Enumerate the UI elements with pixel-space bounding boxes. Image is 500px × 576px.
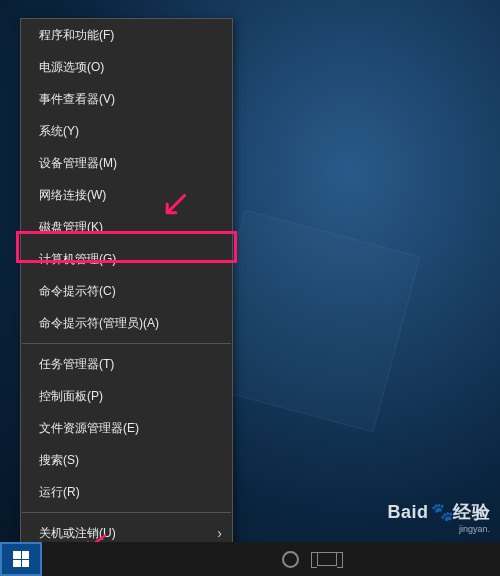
menu-item-command-prompt[interactable]: 命令提示符(C) — [21, 275, 232, 307]
menu-label: 任务管理器(T) — [39, 357, 114, 371]
menu-item-file-explorer[interactable]: 文件资源管理器(E) — [21, 412, 232, 444]
menu-item-control-panel[interactable]: 控制面板(P) — [21, 380, 232, 412]
cortana-icon[interactable] — [282, 551, 299, 568]
watermark-sub: jingyan. — [387, 524, 490, 534]
menu-separator — [22, 343, 231, 344]
menu-item-command-prompt-admin[interactable]: 命令提示符(管理员)(A) — [21, 307, 232, 339]
menu-label: 事件查看器(V) — [39, 92, 115, 106]
menu-label: 搜索(S) — [39, 453, 79, 467]
start-button[interactable] — [0, 542, 42, 576]
menu-item-disk-management[interactable]: 磁盘管理(K) — [21, 211, 232, 243]
menu-label: 命令提示符(C) — [39, 284, 116, 298]
menu-item-system[interactable]: 系统(Y) — [21, 115, 232, 147]
menu-item-programs-features[interactable]: 程序和功能(F) — [21, 19, 232, 51]
watermark-brand-text: Baid — [387, 502, 428, 522]
menu-label: 磁盘管理(K) — [39, 220, 103, 234]
winx-context-menu: 程序和功能(F) 电源选项(O) 事件查看器(V) 系统(Y) 设备管理器(M)… — [20, 18, 233, 576]
menu-item-run[interactable]: 运行(R) — [21, 476, 232, 508]
menu-label: 设备管理器(M) — [39, 156, 117, 170]
taskbar — [0, 542, 500, 576]
menu-item-power-options[interactable]: 电源选项(O) — [21, 51, 232, 83]
menu-label: 程序和功能(F) — [39, 28, 114, 42]
menu-label: 计算机管理(G) — [39, 252, 116, 266]
menu-label: 控制面板(P) — [39, 389, 103, 403]
paw-icon: 🐾 — [431, 501, 454, 523]
menu-label: 电源选项(O) — [39, 60, 104, 74]
menu-item-network-connections[interactable]: 网络连接(W) — [21, 179, 232, 211]
menu-item-device-manager[interactable]: 设备管理器(M) — [21, 147, 232, 179]
menu-item-computer-management[interactable]: 计算机管理(G) — [21, 243, 232, 275]
menu-label: 系统(Y) — [39, 124, 79, 138]
watermark: Baid🐾经验 jingyan. — [387, 500, 490, 534]
menu-item-search[interactable]: 搜索(S) — [21, 444, 232, 476]
menu-label: 运行(R) — [39, 485, 80, 499]
watermark-suffix: 经验 — [453, 502, 490, 522]
watermark-brand: Baid🐾经验 — [387, 500, 490, 524]
menu-label: 网络连接(W) — [39, 188, 106, 202]
windows-logo-icon — [13, 551, 29, 567]
menu-item-event-viewer[interactable]: 事件查看器(V) — [21, 83, 232, 115]
menu-label: 关机或注销(U) — [39, 526, 116, 540]
menu-label: 命令提示符(管理员)(A) — [39, 316, 159, 330]
menu-label: 文件资源管理器(E) — [39, 421, 139, 435]
menu-separator — [22, 512, 231, 513]
taskview-icon[interactable] — [317, 552, 337, 566]
menu-item-task-manager[interactable]: 任务管理器(T) — [21, 348, 232, 380]
